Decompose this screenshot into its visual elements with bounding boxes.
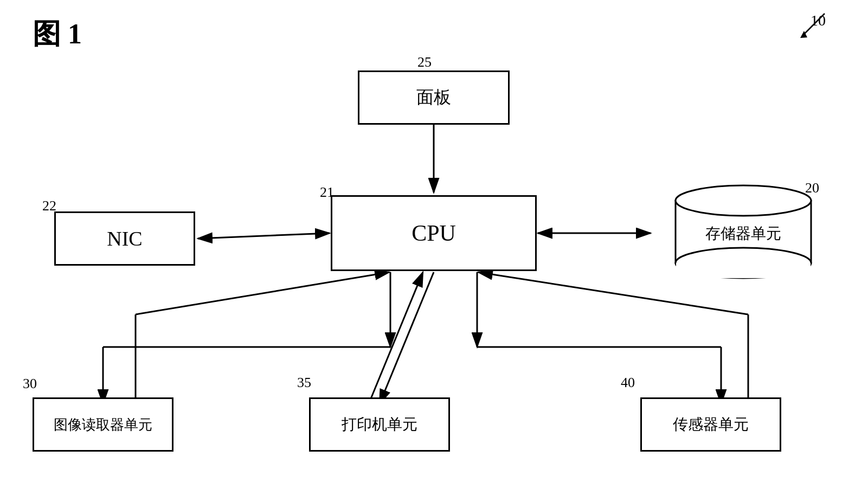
svg-line-5 xyxy=(198,233,330,239)
image-reader-label: 图像读取器单元 xyxy=(54,415,152,434)
svg-rect-23 xyxy=(676,263,811,278)
svg-text:存储器单元: 存储器单元 xyxy=(705,225,781,242)
ref-40: 40 xyxy=(621,375,635,391)
svg-point-21 xyxy=(676,185,811,216)
ref-25: 25 xyxy=(417,54,432,70)
svg-line-11 xyxy=(380,272,434,404)
nic-label: NIC xyxy=(107,227,142,250)
panel-box: 面板 xyxy=(358,70,510,125)
ref-35: 35 xyxy=(297,375,311,391)
ref-21: 21 xyxy=(320,184,334,201)
storage-cylinder: 存储器单元 xyxy=(673,184,814,279)
svg-line-12 xyxy=(369,272,423,404)
ref-10-arrow xyxy=(792,8,835,41)
printer-label: 打印机单元 xyxy=(342,414,417,435)
panel-label: 面板 xyxy=(416,86,451,110)
cpu-box: CPU xyxy=(331,195,537,271)
ref-22: 22 xyxy=(42,198,56,214)
ref-20: 20 xyxy=(805,180,819,196)
svg-line-17 xyxy=(136,272,389,314)
nic-box: NIC xyxy=(54,211,195,266)
svg-line-0 xyxy=(803,14,825,35)
sensor-label: 传感器单元 xyxy=(673,414,749,435)
cpu-label: CPU xyxy=(412,220,456,246)
image-reader-box: 图像读取器单元 xyxy=(33,397,173,452)
sensor-box: 传感器单元 xyxy=(640,397,781,452)
figure-title: 图 1 xyxy=(33,15,82,53)
diagram: 图 1 10 xyxy=(0,0,868,495)
printer-box: 打印机单元 xyxy=(309,397,450,452)
ref-30: 30 xyxy=(23,376,37,392)
